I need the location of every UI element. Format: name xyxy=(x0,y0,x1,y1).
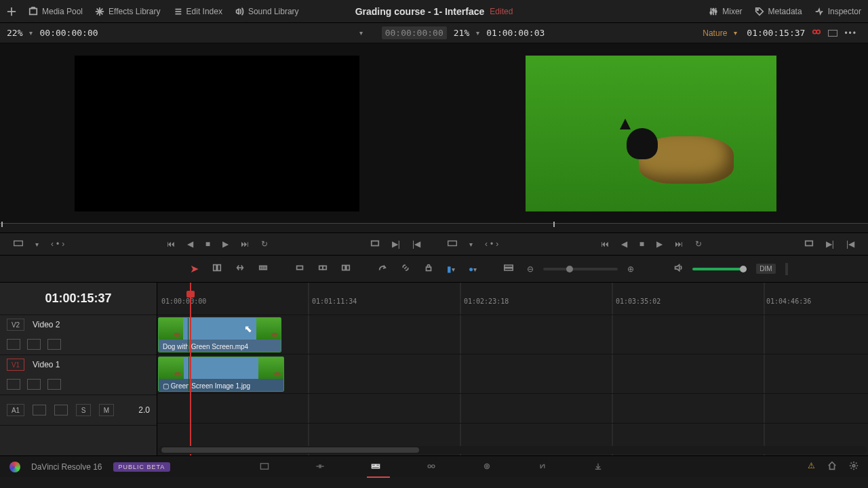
home-icon[interactable] xyxy=(827,461,837,472)
source-scrubber[interactable] xyxy=(0,223,434,232)
stop-button[interactable]: ■ xyxy=(639,239,644,249)
selection-tool[interactable]: ➤ xyxy=(190,262,199,275)
timeline-view-button[interactable] xyxy=(504,263,513,274)
auto-select-icon[interactable] xyxy=(54,405,68,415)
metadata-tab[interactable]: Metadata xyxy=(755,7,802,16)
chevron-down-icon[interactable]: ▾ xyxy=(359,29,363,37)
loop-button[interactable]: ↻ xyxy=(261,239,268,249)
jog-control[interactable]: ‹•› xyxy=(51,239,64,249)
dim-button[interactable]: DIM xyxy=(756,264,775,274)
track-v2-header[interactable]: V2Video 2 xyxy=(0,315,157,355)
chevron-down-icon[interactable]: ▾ xyxy=(469,241,473,248)
page-media[interactable] xyxy=(260,462,275,472)
lock-icon[interactable] xyxy=(33,405,46,415)
mark-in-button[interactable]: ▶| xyxy=(392,239,400,249)
last-frame-button[interactable]: ⏭ xyxy=(241,239,249,249)
track-view-icon[interactable] xyxy=(47,379,61,390)
prev-frame-button[interactable]: ◀ xyxy=(621,239,627,249)
options-icon[interactable]: ••• xyxy=(844,28,857,38)
clip-v2[interactable]: Dog with Green Screen.mp4 xyxy=(158,317,281,352)
loop-button[interactable]: ↻ xyxy=(695,239,702,249)
effects-library-tab[interactable]: Effects Library xyxy=(95,7,160,16)
chevron-down-icon[interactable]: ▾ xyxy=(476,29,479,37)
media-pool-tab[interactable]: Media Pool xyxy=(28,7,83,16)
dynamic-trim-tool[interactable] xyxy=(235,263,245,274)
chevron-down-icon[interactable]: ▾ xyxy=(29,29,33,37)
warning-icon[interactable]: ⚠ xyxy=(808,461,815,472)
track-view-icon[interactable] xyxy=(47,339,61,350)
marker-button[interactable]: ●▾ xyxy=(469,264,477,274)
timeline-canvas[interactable]: 01:00:00:00 01:01:11:34 01:02:23:18 01:0… xyxy=(157,283,868,455)
track-a1-header[interactable]: A1 S M 2.0 xyxy=(0,395,157,426)
chevron-down-icon[interactable]: ▾ xyxy=(734,29,737,37)
clip-name[interactable]: Nature xyxy=(703,28,727,38)
lock-icon[interactable] xyxy=(7,339,20,350)
lock-button[interactable] xyxy=(424,263,433,274)
timeline-hscroll[interactable] xyxy=(159,446,867,454)
source-zoom[interactable]: 22% xyxy=(7,28,22,38)
lock-icon[interactable] xyxy=(7,379,20,390)
timeline-viewer[interactable] xyxy=(434,43,868,223)
auto-select-icon[interactable] xyxy=(27,379,41,390)
zoom-out-button[interactable]: ⊖ xyxy=(527,264,534,274)
link-button[interactable] xyxy=(401,263,410,274)
zoom-in-button[interactable]: ⊕ xyxy=(627,264,634,274)
track-tag[interactable]: A1 xyxy=(7,404,24,416)
source-viewer[interactable] xyxy=(0,43,434,223)
chevron-down-icon[interactable]: ▾ xyxy=(35,241,39,248)
match-frame-icon[interactable] xyxy=(804,239,814,250)
trim-tool[interactable] xyxy=(212,263,222,274)
single-viewer-icon[interactable] xyxy=(828,30,837,37)
source-tc[interactable]: 00:00:00:00 xyxy=(39,28,98,38)
retime-button[interactable] xyxy=(378,263,387,274)
jog-control[interactable]: ‹•› xyxy=(485,239,498,249)
expand-button[interactable] xyxy=(7,7,16,16)
sound-library-tab[interactable]: Sound Library xyxy=(235,7,299,16)
timeline-tc[interactable]: 01:00:00:03 xyxy=(486,28,545,38)
first-frame-button[interactable]: ⏮ xyxy=(167,239,175,249)
track-tag[interactable]: V2 xyxy=(7,319,24,331)
page-cut[interactable] xyxy=(315,462,330,472)
play-button[interactable]: ▶ xyxy=(656,239,663,249)
edit-index-tab[interactable]: Edit Index xyxy=(173,7,222,16)
viewer-mode-icon[interactable] xyxy=(14,239,23,250)
playhead[interactable] xyxy=(190,283,191,455)
timeline-timecode[interactable]: 01:00:15:37 xyxy=(0,283,157,315)
last-frame-button[interactable]: ⏭ xyxy=(675,239,683,249)
prev-frame-button[interactable]: ◀ xyxy=(187,239,193,249)
settings-icon[interactable] xyxy=(849,461,859,472)
page-color[interactable] xyxy=(482,462,497,472)
track-v1-header[interactable]: V1Video 1 xyxy=(0,355,157,395)
mixer-tab[interactable]: Mixer xyxy=(709,7,742,16)
viewer-mode-icon[interactable] xyxy=(448,239,457,250)
mark-in-button[interactable]: ▶| xyxy=(826,239,834,249)
page-deliver[interactable] xyxy=(593,462,608,472)
volume-slider[interactable] xyxy=(692,268,747,270)
volume-icon[interactable] xyxy=(673,263,683,274)
clip-v1[interactable]: ▢ Green Screen Image 1.jpg xyxy=(158,357,284,392)
mark-out-button[interactable]: |◀ xyxy=(846,239,854,249)
first-frame-button[interactable]: ⏮ xyxy=(601,239,609,249)
solo-button[interactable]: S xyxy=(76,404,91,416)
track-a1-lane[interactable] xyxy=(157,394,868,424)
match-frame-icon[interactable] xyxy=(370,239,380,250)
replace-button[interactable] xyxy=(341,263,351,274)
auto-select-icon[interactable] xyxy=(27,339,41,350)
timeline-scrubber[interactable] xyxy=(434,223,868,232)
track-v2-lane[interactable]: Dog with Green Screen.mp4 xyxy=(157,315,868,354)
flag-button[interactable]: ▮▾ xyxy=(447,264,455,274)
gang-icon[interactable] xyxy=(812,27,821,39)
master-tc[interactable]: 01:00:15:37 xyxy=(747,28,805,38)
inspector-tab[interactable]: Inspector xyxy=(814,7,861,16)
meter-icon[interactable] xyxy=(785,263,788,275)
page-edit[interactable] xyxy=(371,462,386,472)
play-button[interactable]: ▶ xyxy=(222,239,229,249)
page-fairlight[interactable] xyxy=(538,462,553,472)
stop-button[interactable]: ■ xyxy=(205,239,210,249)
blade-tool[interactable] xyxy=(258,263,268,274)
mute-button[interactable]: M xyxy=(99,404,114,416)
track-v1-lane[interactable]: ▢ Green Screen Image 1.jpg xyxy=(157,354,868,394)
track-tag[interactable]: V1 xyxy=(7,359,24,371)
mark-out-button[interactable]: |◀ xyxy=(412,239,420,249)
timeline-ruler[interactable]: 01:00:00:00 01:01:11:34 01:02:23:18 01:0… xyxy=(157,283,868,315)
